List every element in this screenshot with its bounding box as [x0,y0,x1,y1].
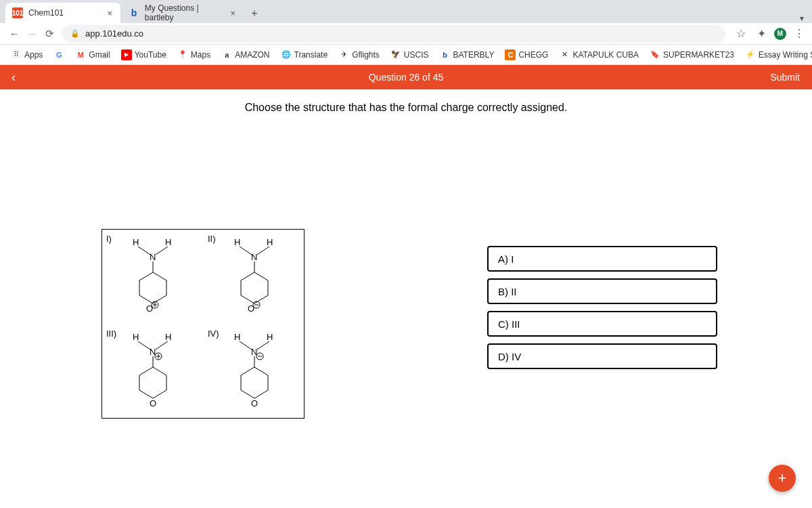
tab-title: Chem101 [28,8,64,18]
submit-button[interactable]: Submit [758,65,812,89]
answer-options: A) I B) II C) III D) IV [487,246,717,376]
bookmark-google[interactable]: G [48,45,70,64]
option-d[interactable]: D) IV [487,343,717,369]
svg-text:O: O [251,398,258,408]
flights-icon: ✈ [338,49,349,60]
bookmark-baterbly[interactable]: bBATERBLY [434,45,500,64]
profile-avatar[interactable]: M [774,28,786,40]
svg-text:N: N [251,252,257,262]
svg-line-24 [156,341,168,350]
svg-text:H: H [133,237,139,247]
svg-marker-30 [139,367,166,398]
address-bar: ← → ⟳ 🔒 app.101edu.co ☆ ✦ M ⋮ [0,23,812,45]
structure-3: III) H H N O [102,324,204,419]
svg-line-3 [156,247,168,255]
svg-marker-6 [139,272,166,303]
menu-icon[interactable]: ⋮ [792,26,807,41]
bookmark-supermarket[interactable]: 🔖SUPERMARKET23 [644,45,740,64]
reload-button[interactable]: ⟳ [41,25,58,43]
svg-text:H: H [234,237,240,247]
star-icon[interactable]: ☆ [734,26,748,41]
translate-icon: 🌐 [281,49,292,60]
svg-marker-17 [241,272,268,303]
question-progress: Question 26 of 45 [369,72,444,83]
bookmark-translate[interactable]: 🌐Translate [275,45,334,64]
bookmark-youtube[interactable]: ▶YouTube [116,45,172,64]
favicon-bartleby: b [129,7,139,18]
chegg-icon: C [505,49,516,60]
structure-1: I) H H N O [102,230,204,324]
extensions-icon[interactable]: ✦ [754,26,769,41]
bookmark-chegg[interactable]: CCHEGG [499,45,554,64]
app-header: ‹ Question 26 of 45 Submit [0,65,812,89]
forward-button[interactable]: → [23,25,41,43]
katapulk-icon: ✕ [559,49,570,60]
option-c[interactable]: C) III [487,311,717,337]
svg-line-2 [138,247,150,255]
structures-box: I) H H N O [102,229,304,419]
back-arrow-button[interactable]: ‹ [0,65,27,89]
svg-text:N: N [150,252,156,262]
svg-marker-40 [241,367,268,398]
bartleby-icon: b [440,49,451,60]
bookmark-essay[interactable]: ⚡Essay Writing Ser... [740,45,812,64]
svg-line-34 [240,341,252,350]
option-a[interactable]: A) I [487,246,717,272]
bookmark-uscis[interactable]: 🦅USCIS [385,45,434,64]
apps-icon: ⠿ [11,49,22,60]
svg-text:H: H [133,332,139,342]
bookmark-gflights[interactable]: ✈Gflights [333,45,385,64]
gmail-icon: M [75,49,86,60]
svg-text:H: H [267,237,273,247]
bookmark-apps[interactable]: ⠿Apps [5,45,48,64]
svg-line-13 [240,247,252,255]
svg-line-14 [257,247,269,255]
bookmark-gmail[interactable]: MGmail [70,45,115,64]
svg-text:O: O [146,303,153,314]
svg-text:H: H [234,332,240,342]
maps-icon: 📍 [177,49,188,60]
tabs-dropdown-icon[interactable]: ▾ [796,14,812,23]
google-icon: G [53,49,64,60]
youtube-icon: ▶ [121,49,132,60]
url-text: app.101edu.co [85,28,143,39]
supermarket-icon: 🔖 [650,49,660,60]
favicon-101: 101 [12,7,23,18]
tab-strip: 101 Chem101 × b My Questions | bartleby … [0,0,812,23]
back-button[interactable]: ← [5,25,23,43]
close-icon[interactable]: × [229,8,237,18]
tab-chem101[interactable]: 101 Chem101 × [5,3,120,23]
amazon-icon: a [221,49,232,60]
url-field[interactable]: 🔒 app.101edu.co [62,25,725,43]
structure-2: II) H H N O [204,230,305,324]
svg-text:H: H [165,332,171,342]
tab-title: My Questions | bartleby [145,3,229,22]
option-b[interactable]: B) II [487,278,717,304]
essay-icon: ⚡ [745,49,756,60]
svg-line-35 [257,341,269,350]
new-tab-button[interactable]: + [245,4,264,23]
bookmark-maps[interactable]: 📍Maps [172,45,216,64]
svg-text:O: O [150,398,156,408]
svg-text:H: H [165,237,171,247]
bookmark-amazon[interactable]: aAMAZON [216,45,275,64]
add-fab-button[interactable]: + [769,465,796,492]
close-icon[interactable]: × [106,8,114,18]
structure-label: I) [106,234,112,244]
svg-text:O: O [248,303,254,314]
bookmarks-bar: ⠿Apps G MGmail ▶YouTube 📍Maps aAMAZON 🌐T… [0,45,812,65]
svg-line-23 [138,341,150,350]
structure-4: IV) H H N O [204,324,305,419]
lock-icon: 🔒 [70,29,80,38]
question-prompt: Choose the structure that has the formal… [0,102,812,114]
bookmark-katapulk[interactable]: ✕KATAPULK CUBA [554,45,644,64]
uscis-icon: 🦅 [390,49,401,60]
svg-text:H: H [267,332,273,342]
tab-bartleby[interactable]: b My Questions | bartleby × [122,3,244,23]
